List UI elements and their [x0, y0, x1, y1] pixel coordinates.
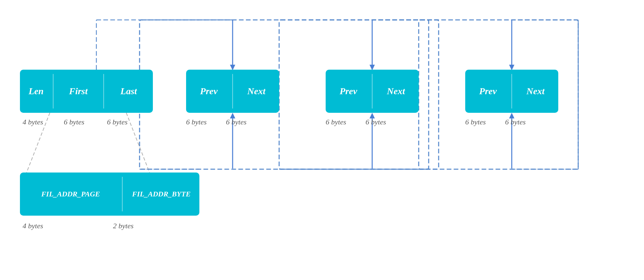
node1-prev-bytes: 6 bytes [186, 118, 207, 126]
header-first-field: First [54, 70, 103, 113]
header-first-bytes: 6 bytes [64, 118, 84, 126]
node3-prev-bytes: 6 bytes [465, 118, 486, 126]
node3-box: Prev Next [465, 70, 558, 113]
node2-prev-bytes: 6 bytes [326, 118, 346, 126]
node3-next-field: Next [513, 70, 558, 113]
node3-prev-field: Prev [465, 70, 511, 113]
header-last-bytes: 6 bytes [107, 118, 128, 126]
fil-addr-page-field: FIL_ADDR_PAGE [20, 173, 121, 216]
fil-addr-page-bytes: 4 bytes [23, 222, 43, 230]
header-len-bytes: 4 bytes [23, 118, 43, 126]
svg-line-18 [126, 113, 150, 173]
header-box: Len First Last [20, 70, 153, 113]
header-len-field: Len [20, 70, 52, 113]
node2-prev-field: Prev [326, 70, 371, 113]
node1-box: Prev Next [186, 70, 279, 113]
fil-addr-byte-field: FIL_ADDR_BYTE [123, 173, 199, 216]
node1-prev-field: Prev [186, 70, 232, 113]
node2-next-bytes: 6 bytes [366, 118, 386, 126]
svg-overlay [0, 0, 644, 280]
fil-addr-box: FIL_ADDR_PAGE FIL_ADDR_BYTE [20, 173, 199, 216]
diagram-container: Len First Last 4 bytes 6 bytes 6 bytes P… [0, 0, 644, 280]
fil-addr-byte-bytes: 2 bytes [113, 222, 134, 230]
node1-next-bytes: 6 bytes [226, 118, 247, 126]
header-last-field: Last [105, 70, 153, 113]
node2-next-field: Next [373, 70, 419, 113]
node3-next-bytes: 6 bytes [505, 118, 526, 126]
node2-box: Prev Next [326, 70, 419, 113]
node1-next-field: Next [234, 70, 279, 113]
